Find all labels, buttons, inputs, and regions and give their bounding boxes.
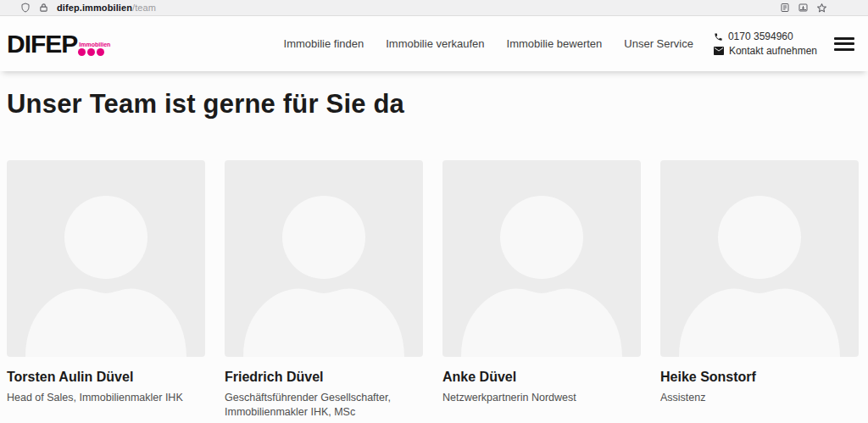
difep-logo[interactable]: DIFEP Immobilien	[7, 31, 110, 57]
member-name: Anke Düvel	[442, 370, 641, 385]
member-role: Head of Sales, Immobilienmakler IHK	[7, 391, 205, 405]
avatar-placeholder	[225, 160, 423, 357]
avatar-head	[64, 196, 147, 279]
page-content: Unser Team ist gerne für Sie da Torsten …	[0, 89, 868, 420]
shield-icon[interactable]	[20, 3, 31, 13]
avatar-head	[718, 196, 801, 279]
member-name: Heike Sonstorf	[660, 370, 859, 385]
main-navigation: Immobilie finden Immobilie verkaufen Imm…	[284, 37, 693, 50]
page-title: Unser Team ist gerne für Sie da	[7, 89, 861, 120]
member-name: Torsten Aulin Düvel	[7, 370, 205, 385]
avatar-shoulders	[679, 288, 840, 357]
site-header: DIFEP Immobilien Immobilie finden Immobi…	[0, 16, 868, 71]
avatar-head	[500, 196, 583, 279]
avatar-shoulders	[243, 288, 404, 357]
member-role: Netzwerkpartnerin Nordwest	[442, 391, 641, 405]
avatar-placeholder	[7, 160, 205, 357]
logo-immobilien-mark: Immobilien	[78, 42, 110, 57]
hamburger-menu-icon[interactable]	[834, 37, 854, 51]
url-domain: difep.immobilien	[57, 3, 132, 13]
team-card: Heike Sonstorf Assistenz	[660, 160, 859, 420]
phone-link[interactable]: 0170 3594960	[714, 31, 817, 42]
nav-item-immobilie-bewerten[interactable]: Immobilie bewerten	[507, 37, 603, 50]
member-role: Geschäftsführender Gesellschafter, Immob…	[225, 391, 423, 420]
contact-label: Kontakt aufnehmen	[729, 45, 817, 57]
team-card: Anke Düvel Netzwerkpartnerin Nordwest	[442, 160, 641, 420]
save-page-icon[interactable]	[798, 3, 809, 13]
header-contact-block: 0170 3594960 Kontakt aufnehmen	[714, 31, 817, 57]
member-name: Friedrich Düvel	[225, 370, 423, 385]
url-path: /team	[132, 3, 156, 13]
avatar-placeholder	[660, 160, 859, 357]
nav-item-immobilie-verkaufen[interactable]: Immobilie verkaufen	[386, 37, 484, 50]
lock-icon[interactable]	[39, 3, 48, 13]
logo-dots-icon	[78, 48, 104, 56]
logo-subtitle: Immobilien	[79, 42, 110, 47]
nav-item-immobilie-finden[interactable]: Immobilie finden	[284, 37, 364, 50]
phone-icon	[714, 32, 723, 42]
team-card: Torsten Aulin Düvel Head of Sales, Immob…	[7, 160, 205, 420]
avatar-head	[282, 196, 365, 279]
avatar-placeholder	[442, 160, 641, 357]
address-bar-url[interactable]: difep.immobilien/team	[57, 3, 771, 13]
avatar-shoulders	[25, 288, 186, 357]
phone-number: 0170 3594960	[728, 31, 793, 42]
reader-mode-icon[interactable]	[780, 3, 790, 13]
logo-wordmark: DIFEP	[7, 31, 77, 57]
contact-link[interactable]: Kontakt aufnehmen	[714, 45, 817, 57]
envelope-icon	[714, 47, 724, 55]
member-role: Assistenz	[660, 391, 859, 405]
nav-item-unser-service[interactable]: Unser Service	[624, 37, 693, 50]
bookmark-star-icon[interactable]	[816, 3, 827, 14]
browser-url-bar[interactable]: difep.immobilien/team	[0, 0, 868, 16]
team-card: Friedrich Düvel Geschäftsführender Gesel…	[225, 160, 423, 420]
avatar-shoulders	[461, 288, 622, 357]
team-grid: Torsten Aulin Düvel Head of Sales, Immob…	[7, 160, 859, 420]
